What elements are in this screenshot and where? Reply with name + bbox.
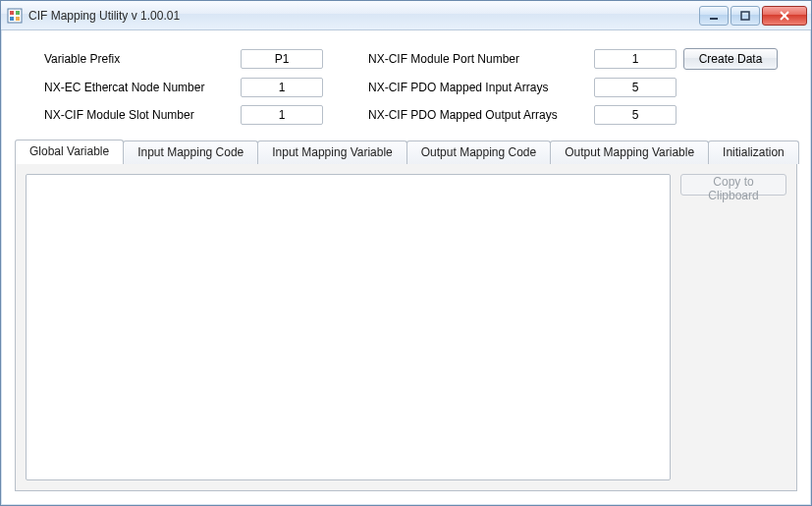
parameters-form: Variable Prefix NX-CIF Module Port Numbe… [15,44,797,137]
svg-rect-2 [16,11,20,15]
input-input-arrays[interactable] [594,78,677,97]
create-data-button[interactable]: Create Data [683,48,778,70]
label-output-arrays: NX-CIF PDO Mapped Output Arrays [368,108,594,122]
svg-rect-1 [10,11,14,15]
svg-rect-4 [16,17,20,21]
svg-rect-3 [10,17,14,21]
label-variable-prefix: Variable Prefix [44,52,241,66]
svg-rect-5 [710,18,718,20]
maximize-icon [740,11,750,21]
input-slot-number[interactable] [241,105,323,125]
input-port-number[interactable] [594,49,677,69]
close-button[interactable] [762,6,807,26]
tab-global-variable[interactable]: Global Variable [15,140,124,164]
tab-bar: Global Variable Input Mapping Code Input… [15,139,797,163]
window-title: CIF Mapping Utility v 1.00.01 [28,9,699,23]
copy-to-clipboard-button[interactable]: Copy to Clipboard [680,174,786,196]
tab-input-mapping-code[interactable]: Input Mapping Code [123,141,258,164]
window-controls [699,6,807,26]
app-icon [7,8,23,24]
client-area: Variable Prefix NX-CIF Module Port Numbe… [1,30,811,505]
input-ethercat-node[interactable] [241,78,323,97]
label-ethercat-node: NX-EC Ethercat Node Number [44,81,241,94]
input-variable-prefix[interactable] [241,49,323,69]
tab-initialization[interactable]: Initialization [708,141,799,164]
label-port-number: NX-CIF Module Port Number [368,52,594,66]
close-icon [779,11,790,21]
svg-rect-6 [741,12,749,20]
minimize-icon [709,11,719,21]
maximize-button[interactable] [731,6,760,26]
titlebar[interactable]: CIF Mapping Utility v 1.00.01 [1,1,811,30]
tab-output-mapping-variable[interactable]: Output Mapping Variable [550,141,709,164]
tab-input-mapping-variable[interactable]: Input Mapping Variable [257,141,407,164]
label-slot-number: NX-CIF Module Slot Number [44,108,241,122]
panel-side-column: Copy to Clipboard [671,174,786,480]
output-textbox[interactable] [26,174,671,480]
tab-panel: Copy to Clipboard [15,163,797,491]
tab-output-mapping-code[interactable]: Output Mapping Code [406,141,551,164]
app-window: CIF Mapping Utility v 1.00.01 [0,0,812,506]
input-output-arrays[interactable] [594,105,677,125]
minimize-button[interactable] [699,6,729,26]
label-input-arrays: NX-CIF PDO Mapped Input Arrays [368,81,594,94]
